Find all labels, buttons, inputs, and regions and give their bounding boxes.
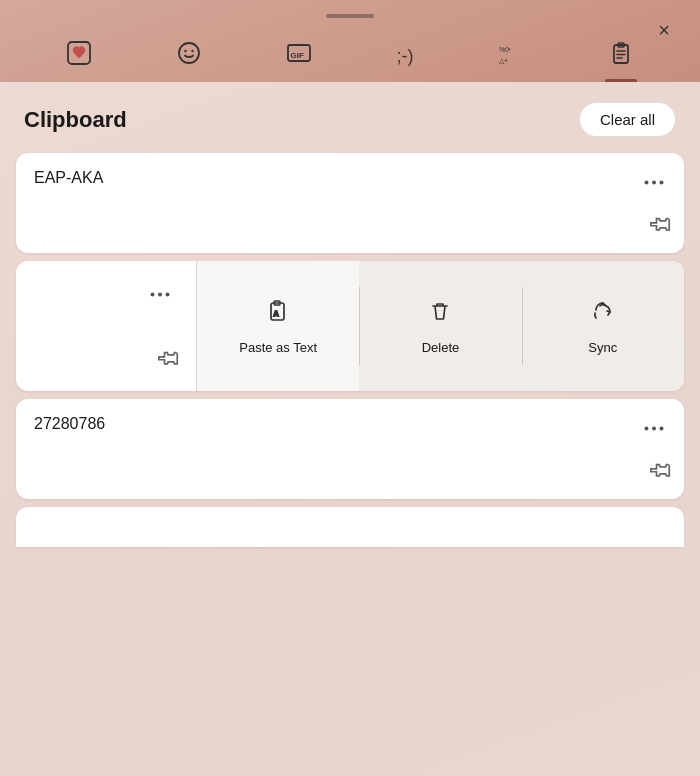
svg-text:GIF: GIF	[291, 51, 304, 60]
clip-text-1: EAP-AKA	[34, 169, 103, 186]
svg-text:%⟳: %⟳	[499, 46, 511, 53]
tab-gif[interactable]: GIF	[270, 34, 328, 82]
clipboard-item-2: A Paste as Text Delete	[16, 261, 684, 391]
ctx-paste-as-text-label: Paste as Text	[239, 340, 317, 355]
clip-context-menu-2: A Paste as Text Delete	[196, 261, 684, 391]
tab-emoji[interactable]	[160, 34, 218, 82]
clipboard-header: Clipboard Clear all	[0, 82, 700, 153]
clipboard-title: Clipboard	[24, 107, 127, 133]
emoji-icon	[176, 40, 202, 72]
clipboard-item-4	[16, 507, 684, 547]
svg-point-1	[179, 43, 199, 63]
svg-point-16	[151, 293, 155, 297]
clip-pin-btn-3[interactable]	[642, 456, 677, 491]
clipboard-tab-icon	[608, 40, 634, 72]
sync-icon	[590, 298, 616, 330]
svg-point-22	[645, 427, 649, 431]
clip-more-btn-2[interactable]	[142, 277, 178, 306]
tab-stickers[interactable]	[50, 34, 108, 82]
gif-icon: GIF	[286, 40, 312, 72]
top-bar: ×	[0, 0, 700, 28]
kaomoji-icon: ;-)	[397, 46, 414, 67]
svg-point-15	[660, 181, 664, 185]
svg-point-24	[660, 427, 664, 431]
svg-point-17	[158, 293, 162, 297]
ctx-paste-as-text[interactable]: A Paste as Text	[197, 261, 359, 391]
svg-point-23	[652, 427, 656, 431]
clipboard-items: EAP-AKA	[0, 153, 700, 563]
svg-point-3	[192, 50, 194, 52]
ctx-delete-label: Delete	[422, 340, 460, 355]
symbols-icon: %⟳ △+	[498, 40, 524, 72]
clip-more-btn-1[interactable]	[636, 165, 672, 194]
clip-card-left-2	[16, 261, 196, 391]
clipboard-item-3: 27280786	[16, 399, 684, 499]
svg-point-13	[645, 181, 649, 185]
stickers-icon	[66, 40, 92, 72]
clip-pin-btn-2[interactable]	[150, 344, 185, 379]
drag-handle[interactable]	[326, 14, 374, 18]
clip-more-btn-3[interactable]	[636, 411, 672, 440]
svg-point-2	[185, 50, 187, 52]
paste-as-text-icon: A	[265, 298, 291, 330]
svg-text:△+: △+	[499, 57, 508, 64]
delete-icon	[427, 298, 453, 330]
tab-kaomoji[interactable]: ;-)	[381, 40, 430, 77]
svg-point-18	[166, 293, 170, 297]
close-button[interactable]: ×	[646, 12, 682, 48]
ctx-sync[interactable]: Sync	[522, 261, 684, 391]
ctx-delete[interactable]: Delete	[359, 261, 521, 391]
svg-point-14	[652, 181, 656, 185]
clear-all-button[interactable]: Clear all	[579, 102, 676, 137]
tab-symbols[interactable]: %⟳ △+	[482, 34, 540, 82]
clip-pin-btn-1[interactable]	[642, 210, 677, 245]
ctx-sync-label: Sync	[588, 340, 617, 355]
svg-text:A: A	[274, 310, 279, 317]
content-area: Clipboard Clear all EAP-AKA	[0, 82, 700, 776]
clip-text-3: 27280786	[34, 415, 105, 432]
tab-clipboard[interactable]	[592, 34, 650, 82]
emoji-panel: ×	[0, 0, 700, 776]
tab-bar: GIF ;-) %⟳ △+	[0, 28, 700, 82]
clipboard-item-1: EAP-AKA	[16, 153, 684, 253]
